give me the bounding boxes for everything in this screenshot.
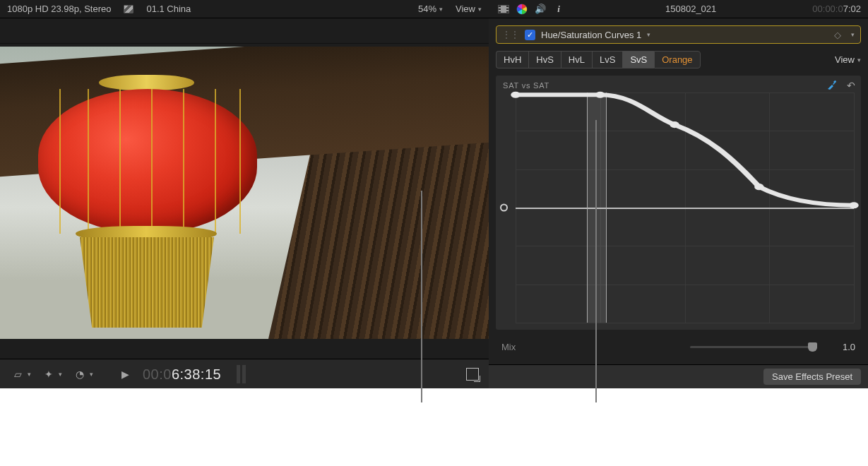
clapper-icon: [124, 5, 133, 13]
crop-icon: ▱: [10, 366, 25, 382]
audio-meter-icon: [237, 365, 246, 383]
inspector-clip-title: 150802_021: [569, 4, 812, 14]
curve-type-label: SAT vs SAT: [503, 81, 549, 90]
wand-icon: ✦: [41, 366, 57, 382]
control-point[interactable]: [849, 202, 858, 208]
control-point[interactable]: [754, 184, 763, 190]
chevron-down-icon: ▾: [90, 371, 93, 378]
tab-hvh[interactable]: HvH: [496, 51, 528, 68]
timecode-dim: 00:0: [143, 366, 172, 382]
viewer-timecode[interactable]: 00:06:38:15: [143, 366, 221, 383]
transform-tool[interactable]: ▱▾: [10, 366, 31, 382]
axis-origin-handle[interactable]: [500, 204, 508, 212]
viewer-topbar: 1080p HD 23.98p, Stereo 01.1 China 54% ▾…: [0, 0, 489, 18]
drag-handle-icon[interactable]: ⋮⋮: [502, 30, 519, 40]
lantern-icon: [99, 75, 194, 90]
mix-label: Mix: [501, 342, 516, 352]
clip-name-label: 01.1 China: [146, 4, 191, 14]
enhance-tool[interactable]: ✦▾: [41, 366, 62, 382]
mix-slider[interactable]: [690, 346, 817, 348]
info-icon: i: [557, 4, 560, 15]
viewer-panel: 1080p HD 23.98p, Stereo 01.1 China 54% ▾…: [0, 0, 489, 388]
mix-row: Mix 1.0: [489, 336, 868, 357]
control-point[interactable]: [670, 121, 679, 128]
eyedropper-icon: [827, 80, 837, 90]
speedometer-icon: ◔: [72, 366, 88, 382]
chevron-down-icon: ▾: [478, 6, 482, 13]
chevron-down-icon: ▾: [439, 6, 443, 13]
curve-tabs: HvH HvS HvL LvS SvS Orange View ▾: [496, 51, 861, 68]
keyframe-icon[interactable]: ◇: [834, 30, 841, 40]
inspector-panel: 🔊 i 150802_021 00:00:07:02 ⋮⋮ ✓ Hue/Satu…: [489, 0, 868, 388]
info-inspector-tab[interactable]: i: [551, 4, 566, 15]
save-effects-preset-button[interactable]: Save Effects Preset: [763, 369, 861, 385]
reset-curve-button[interactable]: ↶: [847, 80, 855, 91]
zoom-value: 54%: [418, 4, 436, 14]
curve-path[interactable]: [516, 92, 854, 323]
effect-name-label: Hue/Saturation Curves 1: [541, 30, 641, 40]
control-point[interactable]: [511, 92, 520, 98]
curve-grid: [516, 92, 854, 323]
filmstrip-icon: [498, 5, 509, 13]
slider-thumb-icon[interactable]: [808, 342, 817, 352]
retime-tool[interactable]: ◔▾: [72, 366, 93, 382]
chevron-down-icon: ▾: [59, 371, 62, 378]
inspector-topbar: 🔊 i 150802_021 00:00:07:02: [489, 0, 868, 18]
zoom-menu[interactable]: 54% ▾: [418, 4, 443, 14]
chevron-down-icon: ▾: [28, 371, 31, 378]
viewer-image[interactable]: [0, 47, 489, 339]
chevron-down-icon[interactable]: ▾: [851, 31, 855, 38]
video-inspector-tab[interactable]: [496, 4, 511, 15]
chevron-down-icon: ▾: [647, 31, 650, 38]
effect-header[interactable]: ⋮⋮ ✓ Hue/Saturation Curves 1 ▾ ◇ ▾: [496, 25, 861, 44]
save-preset-row: Save Effects Preset: [489, 364, 868, 388]
curve-view-menu[interactable]: View ▾: [835, 54, 861, 65]
view-menu-label: View: [456, 4, 475, 14]
tab-hvs[interactable]: HvS: [528, 51, 561, 68]
callout-line: [421, 191, 422, 402]
tab-hvl[interactable]: HvL: [561, 51, 592, 68]
mix-value: 1.0: [827, 342, 855, 352]
clip-format-label: 1080p HD 23.98p, Stereo: [7, 4, 111, 14]
tab-lvs[interactable]: LvS: [592, 51, 622, 68]
speaker-icon: 🔊: [535, 4, 546, 14]
color-wheel-icon: [516, 4, 528, 15]
fullscreen-button[interactable]: [466, 368, 479, 381]
play-button[interactable]: ▶: [117, 366, 133, 382]
tab-orange[interactable]: Orange: [654, 51, 700, 68]
tab-svs[interactable]: SvS: [622, 51, 654, 68]
inspector-timecode: 00:00:07:02: [812, 4, 861, 14]
eyedropper-button[interactable]: [827, 80, 837, 92]
callout-line: [595, 120, 597, 402]
viewer-view-menu[interactable]: View ▾: [456, 4, 482, 14]
curve-editor[interactable]: SAT vs SAT ↶: [496, 76, 861, 330]
control-point[interactable]: [595, 92, 605, 98]
viewer-toolbar: ▱▾ ✦▾ ◔▾ ▶ 00:06:38:15: [0, 359, 489, 388]
chevron-down-icon: ▾: [857, 56, 861, 64]
effect-enable-checkbox[interactable]: ✓: [525, 30, 535, 40]
timecode-bright: 6:38:15: [172, 366, 221, 382]
audio-inspector-tab[interactable]: 🔊: [533, 4, 548, 15]
color-inspector-tab[interactable]: [514, 4, 530, 15]
